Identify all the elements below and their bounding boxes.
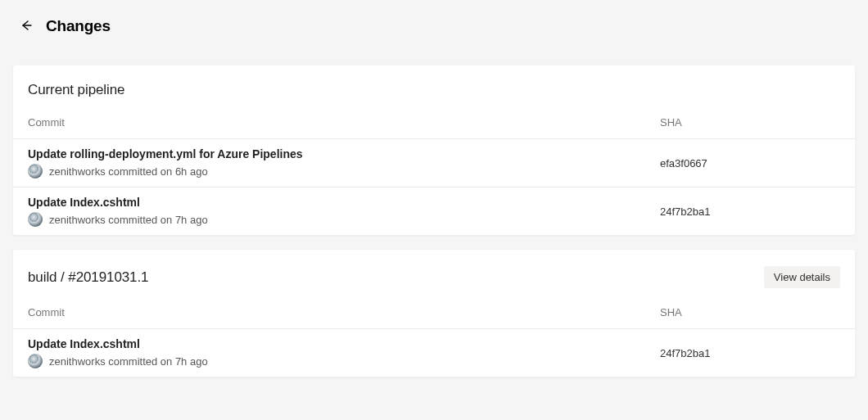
commit-message: Update Index.cshtml <box>28 196 660 209</box>
commit-sha: 24f7b2ba1 <box>660 205 840 218</box>
back-button[interactable] <box>16 16 36 36</box>
section-title: Current pipeline <box>28 82 840 98</box>
avatar <box>28 164 43 178</box>
avatar <box>28 212 43 227</box>
commit-message: Update rolling-deployment.yml for Azure … <box>28 147 660 160</box>
commit-row[interactable]: Update rolling-deployment.yml for Azure … <box>13 138 855 187</box>
list-header: Commit SHA <box>13 295 855 328</box>
section-build: build / #20191031.1 View details Commit … <box>13 250 855 377</box>
col-header-commit: Commit <box>28 306 660 318</box>
commit-message: Update Index.cshtml <box>28 337 660 350</box>
commit-row[interactable]: Update Index.cshtml zenithworks committe… <box>13 328 855 377</box>
col-header-sha: SHA <box>660 306 840 318</box>
commit-sha: efa3f0667 <box>660 157 840 169</box>
section-current-pipeline: Current pipeline Commit SHA Update rolli… <box>13 65 855 235</box>
section-title: build / #20191031.1 <box>28 269 764 286</box>
commit-byline: zenithworks committed on 6h ago <box>49 165 208 178</box>
commit-byline: zenithworks committed on 7h ago <box>49 214 208 226</box>
commit-row[interactable]: Update Index.cshtml zenithworks committe… <box>13 187 855 235</box>
list-header: Commit SHA <box>13 105 855 138</box>
commit-byline: zenithworks committed on 7h ago <box>49 355 208 368</box>
col-header-sha: SHA <box>660 116 840 129</box>
col-header-commit: Commit <box>28 116 660 129</box>
view-details-button[interactable]: View details <box>764 266 840 288</box>
page-title: Changes <box>46 17 111 35</box>
avatar <box>28 354 43 368</box>
arrow-left-icon <box>20 19 33 34</box>
commit-sha: 24f7b2ba1 <box>660 347 840 359</box>
